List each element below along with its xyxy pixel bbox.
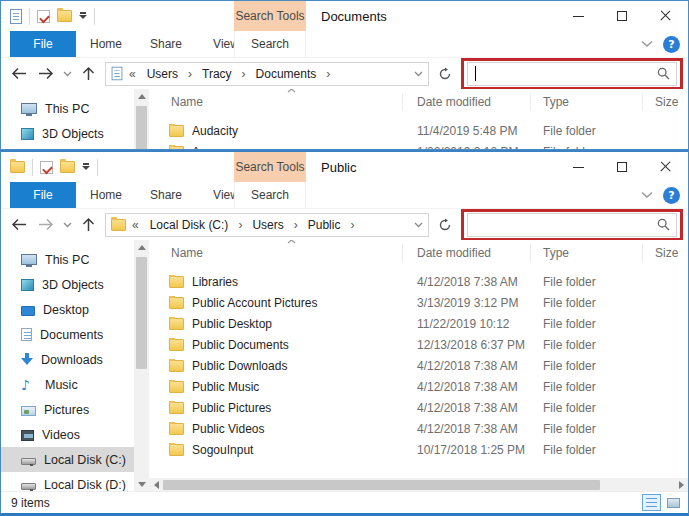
sidebar-item[interactable]: Local Disk (D:): [1, 472, 134, 492]
breadcrumb-segment[interactable]: Tracy: [197, 67, 237, 81]
breadcrumb-separator[interactable]: ›: [291, 218, 301, 232]
collapse-ribbon-icon[interactable]: [641, 40, 653, 48]
up-icon[interactable]: [81, 217, 96, 233]
up-icon[interactable]: [81, 66, 96, 82]
address-dropdown-chevron-icon[interactable]: [414, 222, 423, 228]
file-row[interactable]: Public Account Pictures 3/13/2019 3:12 P…: [149, 292, 688, 313]
address-box[interactable]: « Users› Tracy› Documents›: [105, 62, 429, 86]
sidebar-item[interactable]: Downloads: [1, 347, 134, 372]
customize-toolbar-caret-icon[interactable]: [82, 163, 90, 171]
search-tools-contextual-tab[interactable]: Search Tools: [234, 1, 306, 31]
scroll-down-icon[interactable]: [134, 477, 149, 492]
menu-home[interactable]: Home: [76, 31, 136, 57]
sidebar-item[interactable]: Pictures: [1, 397, 134, 422]
breadcrumb-separator[interactable]: ›: [185, 67, 195, 81]
horizontal-scrollbar[interactable]: [149, 478, 688, 492]
title-bar[interactable]: Search Tools Documents: [1, 1, 688, 31]
file-row[interactable]: Public Pictures 4/12/2018 7:38 AM File f…: [149, 397, 688, 418]
file-row[interactable]: Public Videos 4/12/2018 7:38 AM File fol…: [149, 418, 688, 439]
maximize-button[interactable]: [600, 152, 644, 182]
menu-file[interactable]: File: [10, 182, 76, 208]
checkmark-icon[interactable]: [37, 10, 50, 23]
breadcrumb-segment[interactable]: Users: [142, 67, 183, 81]
menu-share[interactable]: Share: [136, 182, 196, 208]
back-icon[interactable]: [11, 217, 28, 232]
customize-toolbar-caret-icon[interactable]: [79, 12, 87, 20]
forward-icon[interactable]: [37, 66, 54, 81]
close-button[interactable]: [644, 152, 688, 182]
address-box[interactable]: « Local Disk (C:)› Users› Public›: [105, 213, 429, 237]
column-size[interactable]: Size: [643, 93, 688, 111]
breadcrumb-prefix[interactable]: «: [129, 67, 136, 81]
file-row[interactable]: Public Music 4/12/2018 7:38 AM File fold…: [149, 376, 688, 397]
file-row[interactable]: Libraries 4/12/2018 7:38 AM File folder: [149, 271, 688, 292]
breadcrumb-segment[interactable]: Users: [247, 218, 288, 232]
close-button[interactable]: [644, 1, 688, 31]
minimize-button[interactable]: [556, 152, 600, 182]
sidebar-item[interactable]: Music: [1, 372, 134, 397]
menu-search[interactable]: Search: [234, 31, 306, 57]
refresh-icon[interactable]: [438, 218, 452, 232]
scrollbar-thumb[interactable]: [163, 480, 600, 490]
menu-home[interactable]: Home: [76, 182, 136, 208]
column-type[interactable]: Type: [531, 244, 643, 262]
new-folder-icon[interactable]: [57, 10, 72, 22]
forward-icon[interactable]: [37, 217, 54, 232]
menu-file[interactable]: File: [10, 31, 76, 57]
breadcrumb-segment[interactable]: Public: [303, 218, 346, 232]
menu-search[interactable]: Search: [234, 182, 306, 208]
recent-locations-chevron-icon[interactable]: [63, 222, 72, 228]
collapse-ribbon-icon[interactable]: [641, 191, 653, 199]
column-type[interactable]: Type: [531, 93, 643, 111]
search-icon[interactable]: [657, 67, 670, 80]
search-input[interactable]: [467, 213, 677, 237]
breadcrumb-separator[interactable]: ›: [239, 67, 249, 81]
back-icon[interactable]: [11, 66, 28, 81]
breadcrumb-prefix[interactable]: «: [132, 218, 139, 232]
sidebar-item[interactable]: This PC: [1, 247, 134, 272]
details-view-button[interactable]: [642, 494, 661, 511]
column-name[interactable]: Name: [149, 93, 403, 111]
help-icon[interactable]: ?: [663, 36, 680, 53]
sidebar-item[interactable]: 3D Objects: [1, 272, 134, 297]
column-date-modified[interactable]: Date modified: [403, 93, 531, 111]
sidebar-scrollbar[interactable]: [134, 240, 149, 492]
breadcrumb-segment[interactable]: Local Disk (C:): [145, 218, 234, 232]
scroll-right-icon[interactable]: [674, 478, 688, 492]
sidebar-item[interactable]: 3D Objects: [1, 121, 134, 146]
search-icon[interactable]: [657, 218, 670, 231]
maximize-button[interactable]: [600, 1, 644, 31]
new-folder-icon[interactable]: [60, 161, 75, 173]
sidebar-scrollbar[interactable]: [134, 89, 149, 150]
title-bar[interactable]: Search Tools Public: [1, 152, 688, 182]
sidebar-item[interactable]: This PC: [1, 96, 134, 121]
sidebar-item[interactable]: Desktop: [1, 297, 134, 322]
scroll-up-icon[interactable]: [134, 240, 149, 255]
address-dropdown-chevron-icon[interactable]: [414, 71, 423, 77]
sidebar-item[interactable]: Local Disk (C:): [1, 447, 134, 472]
help-icon[interactable]: ?: [663, 187, 680, 204]
breadcrumb-separator[interactable]: ›: [323, 67, 333, 81]
search-input[interactable]: [467, 62, 677, 86]
breadcrumb-separator[interactable]: ›: [347, 218, 357, 232]
scroll-left-icon[interactable]: [149, 478, 163, 492]
file-row[interactable]: Public Documents 12/13/2018 6:37 PM File…: [149, 334, 688, 355]
scrollbar-thumb[interactable]: [136, 106, 147, 150]
file-row[interactable]: SogouInput 10/17/2018 1:25 PM File folde…: [149, 439, 688, 460]
menu-share[interactable]: Share: [136, 31, 196, 57]
file-row[interactable]: Public Downloads 4/12/2018 7:38 AM File …: [149, 355, 688, 376]
breadcrumb-separator[interactable]: ›: [235, 218, 245, 232]
sidebar-item[interactable]: Documents: [1, 322, 134, 347]
large-icons-view-button[interactable]: [664, 494, 683, 511]
scrollbar-thumb[interactable]: [136, 257, 147, 369]
checkmark-icon[interactable]: [40, 161, 53, 174]
search-tools-contextual-tab[interactable]: Search Tools: [234, 152, 306, 182]
scroll-up-icon[interactable]: [134, 89, 149, 104]
recent-locations-chevron-icon[interactable]: [63, 71, 72, 77]
file-row[interactable]: A 1/22/2019 2:12 PM File folder: [149, 141, 688, 150]
minimize-button[interactable]: [556, 1, 600, 31]
column-date-modified[interactable]: Date modified: [403, 244, 531, 262]
refresh-icon[interactable]: [438, 67, 452, 81]
properties-icon[interactable]: [10, 9, 22, 24]
column-size[interactable]: Size: [643, 244, 688, 262]
